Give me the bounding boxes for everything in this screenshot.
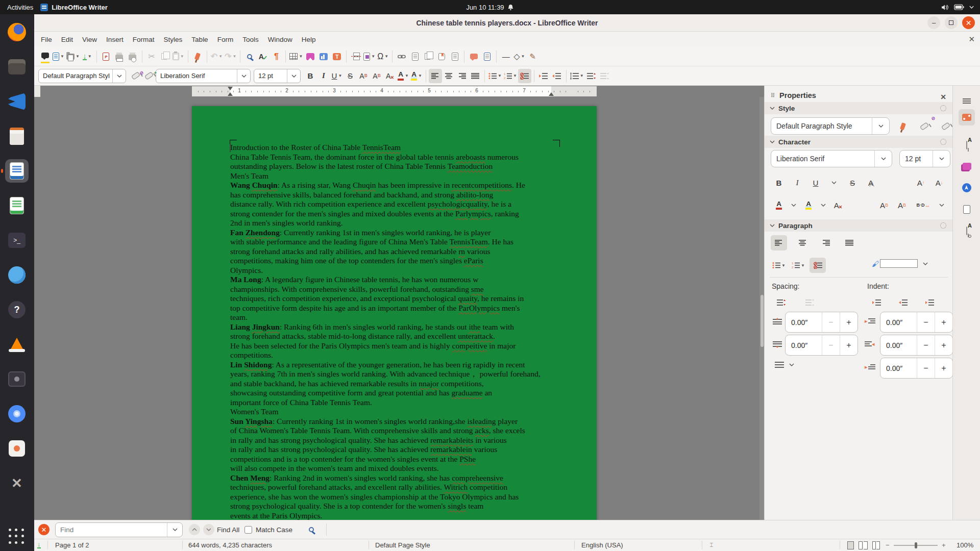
dock-screenshot-tool[interactable] bbox=[5, 367, 29, 391]
document-line[interactable]: team. bbox=[230, 313, 567, 322]
sidebar-font-size-combobox[interactable]: 12 pt bbox=[899, 150, 950, 167]
maximize-button[interactable] bbox=[945, 16, 958, 29]
tab-style-inspector-icon[interactable]: A bbox=[959, 222, 975, 239]
sidebar-align-center-icon[interactable] bbox=[794, 235, 811, 251]
page-style-indicator[interactable]: Default Page Style bbox=[375, 541, 430, 549]
sidebar-numbered-list-icon[interactable]: 12▼ bbox=[790, 258, 806, 273]
find-input[interactable] bbox=[55, 522, 183, 537]
redo-icon[interactable]: ↷▼ bbox=[224, 49, 237, 64]
spacing-below-minus-button[interactable]: − bbox=[822, 335, 840, 355]
document-line[interactable]: will also compete in the women's team an… bbox=[230, 464, 567, 473]
document-line[interactable]: Men's Team bbox=[230, 171, 567, 181]
dock-terminal[interactable]: >_ bbox=[5, 229, 29, 252]
style-section-gear-icon[interactable] bbox=[940, 105, 946, 111]
cross-reference-icon[interactable] bbox=[448, 49, 461, 64]
clock[interactable]: Jun 10 11:39 bbox=[466, 4, 513, 11]
bullet-list-icon[interactable]: ▼ bbox=[487, 69, 503, 83]
strikethrough-icon[interactable]: S bbox=[344, 69, 357, 83]
endnote-icon[interactable] bbox=[422, 49, 435, 64]
book-view-icon[interactable] bbox=[872, 541, 876, 549]
find-text-field[interactable] bbox=[56, 526, 167, 534]
basic-shapes-icon[interactable]: ◇▼ bbox=[512, 49, 526, 64]
hyperlink-icon[interactable] bbox=[395, 49, 408, 64]
indent-firstline-spinbox[interactable]: 0.00″ − + bbox=[880, 358, 953, 379]
document-line[interactable]: strong contender for the men's singles a… bbox=[230, 209, 567, 219]
tab-gallery-icon[interactable] bbox=[959, 158, 975, 174]
document-page[interactable]: Introduction to the Roster of China Tabl… bbox=[192, 106, 597, 520]
document-line[interactable]: important force of China Table Tennis Te… bbox=[230, 398, 567, 408]
document-line[interactable]: Olympics. bbox=[230, 266, 567, 276]
document-line[interactable]: Ma Long: A legendary figure in Chinese t… bbox=[230, 275, 567, 285]
sidebar-align-left-icon[interactable] bbox=[771, 235, 787, 251]
document-text[interactable]: Introduction to the Roster of China Tabl… bbox=[230, 143, 567, 520]
find-all-button[interactable]: Find All bbox=[217, 526, 239, 534]
clone-style-icon[interactable]: ⊘ bbox=[916, 118, 933, 134]
footnote-icon[interactable] bbox=[408, 49, 422, 64]
sidebar-clear-formatting-icon[interactable]: A✕ bbox=[830, 197, 846, 213]
dock-firefox[interactable] bbox=[5, 20, 29, 44]
indent-firstline-plus-button[interactable]: + bbox=[935, 358, 952, 378]
decrease-spacing-icon[interactable] bbox=[801, 295, 818, 310]
selection-mode-icon[interactable]: ⌶ bbox=[709, 541, 713, 548]
match-case-box[interactable] bbox=[244, 526, 252, 534]
close-document-icon[interactable]: ✕ bbox=[968, 35, 975, 44]
para-space-increase-icon[interactable] bbox=[585, 69, 598, 83]
sidebar-font-name-combobox[interactable]: Liberation Serif bbox=[771, 150, 892, 167]
close-button[interactable]: ✕ bbox=[962, 16, 975, 29]
new-style-icon[interactable]: + bbox=[938, 118, 954, 134]
document-line[interactable]: He has been selected for the Paris Olymp… bbox=[230, 341, 567, 351]
sidebar-justify-icon[interactable] bbox=[841, 235, 857, 251]
document-line[interactable]: competitions and is a top contender for … bbox=[230, 455, 567, 464]
bold-icon[interactable]: B bbox=[304, 69, 317, 83]
spacing-above-minus-button[interactable]: − bbox=[822, 312, 840, 332]
undo-icon[interactable]: ↶▼ bbox=[210, 49, 224, 64]
menu-file[interactable]: File bbox=[36, 34, 57, 45]
update-style-icon[interactable] bbox=[895, 118, 911, 134]
sidebar-no-list-icon[interactable] bbox=[810, 258, 826, 273]
clone-formatting-icon[interactable] bbox=[191, 49, 204, 64]
hanging-indent-icon[interactable] bbox=[921, 295, 938, 310]
document-line[interactable]: championships. With comprehensive skills… bbox=[230, 285, 567, 294]
sidebar-font-color-icon[interactable]: A bbox=[771, 197, 787, 213]
tab-page-icon[interactable] bbox=[959, 201, 975, 217]
find-replace-icon[interactable] bbox=[243, 49, 256, 64]
document-line[interactable]: strong forehand attacks and rally abilit… bbox=[230, 247, 567, 257]
document-line[interactable]: Liang Jingkun: Ranking 6th in men's sing… bbox=[230, 322, 567, 332]
dock-files[interactable] bbox=[5, 55, 29, 79]
sidebar-paragraph-background-color[interactable]: 🖌︎ bbox=[872, 259, 928, 268]
zoom-out-icon[interactable]: − bbox=[886, 541, 890, 549]
new-style-icon[interactable]: + bbox=[142, 69, 156, 83]
language-indicator[interactable]: English (USA) bbox=[581, 541, 623, 549]
italic-icon[interactable]: I bbox=[317, 69, 330, 83]
menu-table[interactable]: Table bbox=[187, 34, 212, 45]
print-preview-icon[interactable] bbox=[126, 49, 139, 64]
sidebar-shadow-icon[interactable]: A bbox=[863, 175, 879, 190]
zoom-slider-thumb[interactable] bbox=[915, 542, 917, 548]
system-tray[interactable] bbox=[941, 4, 974, 11]
align-left-icon[interactable] bbox=[429, 69, 442, 83]
sidebar-bold-icon[interactable]: B bbox=[771, 175, 787, 190]
find-history-dropdown-icon[interactable] bbox=[167, 523, 182, 537]
spelling-icon[interactable]: A✓ bbox=[256, 49, 270, 64]
document-canvas[interactable]: Introduction to the Roster of China Tabl… bbox=[34, 97, 764, 520]
document-line[interactable]: techniques, rich competition experience,… bbox=[230, 294, 567, 304]
font-color-icon[interactable]: A▼ bbox=[397, 69, 410, 83]
update-style-icon[interactable]: ⊘ bbox=[129, 69, 142, 83]
menu-help[interactable]: Help bbox=[297, 34, 321, 45]
app-grid-button[interactable] bbox=[9, 529, 25, 545]
track-changes-icon[interactable] bbox=[480, 49, 494, 64]
increase-indent-icon[interactable] bbox=[868, 295, 885, 310]
document-line[interactable]: Women's Team bbox=[230, 407, 567, 417]
font-size-combobox[interactable]: 12 pt bbox=[254, 69, 301, 83]
document-line[interactable]: years, ranking 7th in men's singles worl… bbox=[230, 369, 567, 379]
paragraph-style-combobox[interactable]: Default Paragraph Styl bbox=[38, 69, 126, 83]
titlebar[interactable]: Chinese table tennis players.docx - Libr… bbox=[34, 14, 980, 32]
menu-tools[interactable]: Tools bbox=[238, 34, 263, 45]
menu-styles[interactable]: Styles bbox=[159, 34, 187, 45]
sidebar-align-right-icon[interactable] bbox=[818, 235, 834, 251]
insert-textbox-icon[interactable]: T bbox=[330, 49, 344, 64]
dock-calc[interactable] bbox=[5, 194, 29, 217]
decrease-indent-icon[interactable] bbox=[895, 295, 911, 310]
document-line[interactable]: of China Women's Table Tennis Team. With… bbox=[230, 426, 567, 436]
horizontal-line-icon[interactable]: — bbox=[499, 49, 512, 64]
